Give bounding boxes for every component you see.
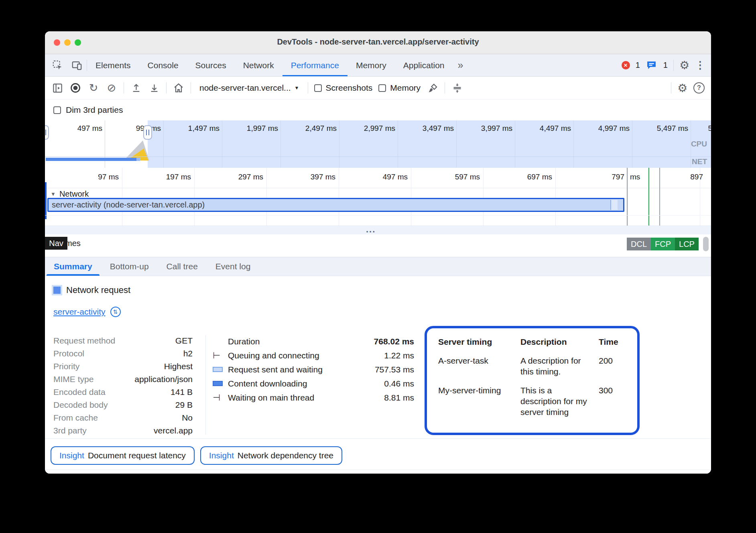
property-label: Encoded data <box>53 387 106 397</box>
up-down-arrows-glyph: ⇅ <box>113 309 118 315</box>
track-ruler-unit: ms <box>630 173 640 181</box>
web-vital-badge[interactable]: FCP <box>651 238 675 250</box>
network-track-label: Network <box>59 189 89 199</box>
history-select[interactable]: node-server-tan.vercel... ▼ <box>197 83 302 93</box>
timing-row: ⊣ Waiting on main thread 8.81 ms <box>213 391 414 405</box>
perf-settings-gear-icon[interactable]: ⚙ <box>677 81 687 95</box>
property-value: GET <box>175 336 193 346</box>
server-timing-header: Server timing <box>438 336 520 347</box>
memory-checkbox[interactable] <box>378 84 386 92</box>
track-ruler-last-tick: 897 <box>663 173 703 181</box>
insight-chip-button[interactable]: Insight Network dependency tree <box>200 446 342 465</box>
gc-broom-icon[interactable] <box>427 82 439 94</box>
timing-phase-icon <box>213 367 228 372</box>
details-tab[interactable]: Bottom-up <box>101 257 158 276</box>
panel-tab[interactable]: Sources <box>187 54 235 76</box>
selection-handle-right[interactable] <box>143 125 152 140</box>
home-icon[interactable] <box>173 82 185 94</box>
download-profile-icon[interactable] <box>148 82 160 94</box>
insight-chip-button[interactable]: Insight Document request latency <box>51 446 195 465</box>
overview-ruler-tick: 1,497 ms <box>164 120 222 138</box>
clear-icon[interactable]: ⊘ <box>106 82 118 94</box>
panel-tab[interactable]: Elements <box>87 54 139 76</box>
details-tab[interactable]: Summary <box>45 257 101 276</box>
selection-handle-left[interactable] <box>45 125 49 140</box>
network-request-swatch-icon <box>53 287 61 294</box>
reveal-in-network-icon[interactable]: ⇅ <box>110 307 121 317</box>
server-timing-time: 300 <box>599 385 629 417</box>
property-row: Decoded body 29 B <box>53 399 193 411</box>
network-request-bar[interactable]: server-activity (node-server-tan.vercel.… <box>47 198 624 212</box>
frames-track[interactable]: Frames Nav <box>45 234 711 257</box>
issues-icon[interactable] <box>646 59 658 71</box>
duration-label: Duration <box>228 337 374 346</box>
cpu-track-label: CPU <box>691 140 707 149</box>
panel-tab[interactable]: Console <box>139 54 187 76</box>
track-overflow-band[interactable]: ... <box>45 226 711 235</box>
upload-profile-icon[interactable] <box>130 82 142 94</box>
settings-gear-icon[interactable]: ⚙ <box>679 59 689 72</box>
overview-network-bar <box>46 158 136 161</box>
track-ruler-tick: 297 ms <box>194 168 266 188</box>
history-select-value: node-server-tan.vercel... <box>199 83 291 93</box>
screenshots-checkbox[interactable] <box>314 84 322 92</box>
property-value: No <box>182 413 193 423</box>
dim-3rd-parties-checkbox[interactable] <box>53 106 61 114</box>
details-tab[interactable]: Call tree <box>158 257 207 276</box>
property-value: 29 B <box>175 400 193 410</box>
help-icon[interactable]: ? <box>693 82 705 94</box>
overview-ruler-tick: 2,497 ms <box>281 120 339 138</box>
track-ruler-tick: 397 ms <box>266 168 339 188</box>
server-timing-name: A-server-task <box>438 355 520 377</box>
overflow-dots[interactable]: ... <box>366 224 376 235</box>
overview-net-divider <box>45 157 711 157</box>
track-ruler-tick: 697 ms <box>483 168 555 188</box>
overview-ruler-tick: 3,497 ms <box>398 120 457 138</box>
device-toolbar-icon[interactable] <box>71 59 83 71</box>
divider <box>671 82 671 94</box>
error-count: 1 <box>636 61 640 70</box>
error-badge-icon[interactable]: ✕ <box>622 61 630 69</box>
property-value: h2 <box>183 349 193 358</box>
web-vital-badge[interactable]: LCP <box>675 238 699 250</box>
details-tab-bar: SummaryBottom-upCall treeEvent log <box>45 257 711 276</box>
request-link-row: server-activity ⇅ <box>53 307 121 317</box>
timing-rows: ⊢ Queuing and connecting 1.22 ms Request… <box>213 348 414 405</box>
kebab-menu-icon[interactable]: ⋮ <box>695 59 705 71</box>
panel-tab[interactable]: Memory <box>348 54 395 76</box>
request-link[interactable]: server-activity <box>53 307 106 317</box>
screenshots-toggle[interactable]: Screenshots <box>314 83 373 93</box>
legend-label: Network request <box>66 285 130 295</box>
web-vital-badge[interactable]: DCL <box>627 238 651 250</box>
reload-and-record-icon[interactable]: ↻ <box>87 82 100 94</box>
server-timing-time: 200 <box>599 355 629 377</box>
server-timing-row: My-server-timing This is a description f… <box>438 385 629 417</box>
performance-toolbar: ↻ ⊘ node-server-tan.vercel... ▼ Screensh… <box>45 77 711 100</box>
timeline-overview[interactable]: 497 ms997 ms1,497 ms1,997 ms2,497 ms2,99… <box>45 120 711 168</box>
panel-tab[interactable]: Application <box>395 54 453 76</box>
panel-tab[interactable]: Network <box>235 54 282 76</box>
network-request-bar-label: server-activity (node-server-tan.vercel.… <box>52 200 205 210</box>
window-title: DevTools - node-server-tan.vercel.app/se… <box>45 37 711 47</box>
record-icon[interactable] <box>69 82 81 94</box>
panel-tabs: ElementsConsoleSourcesNetworkPerformance… <box>87 54 453 76</box>
timeline-tracks[interactable]: 97 ms197 ms297 ms397 ms497 ms597 ms697 m… <box>45 168 711 257</box>
property-row: Request method GET <box>53 334 193 347</box>
details-tab[interactable]: Event log <box>207 257 260 276</box>
server-timing-description: This is a description for my server timi… <box>520 385 589 417</box>
panel-tab[interactable]: Performance <box>282 54 348 76</box>
track-ruler-tick: 97 ms <box>45 168 122 188</box>
phase-glyph-icon: ⊣ <box>213 393 220 402</box>
collapse-tracks-icon[interactable] <box>451 82 463 94</box>
overview-ruler-tick: 4,997 ms <box>574 120 632 138</box>
memory-toggle[interactable]: Memory <box>378 83 421 93</box>
inspect-element-icon[interactable] <box>51 59 63 71</box>
vertical-scrollbar[interactable] <box>703 237 709 251</box>
chevron-down-icon[interactable]: ▼ <box>51 191 56 197</box>
property-row: Encoded data 141 B <box>53 386 193 399</box>
network-track-header[interactable]: ▼ Network <box>51 189 89 199</box>
devtools-window: DevTools - node-server-tan.vercel.app/se… <box>45 31 711 474</box>
toggle-sidebar-icon[interactable] <box>51 82 63 94</box>
more-tabs-icon[interactable]: » <box>453 54 468 76</box>
timing-value: 757.53 ms <box>375 365 414 374</box>
